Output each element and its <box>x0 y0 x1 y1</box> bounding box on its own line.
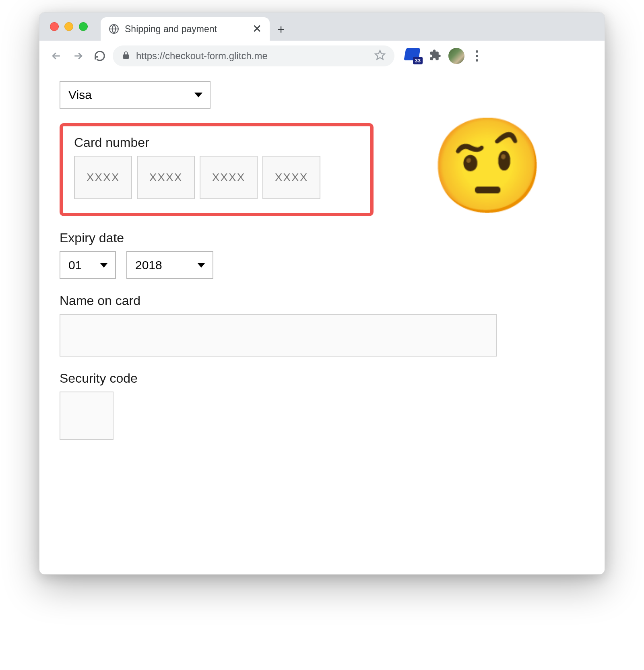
svg-marker-1 <box>375 50 384 59</box>
card-type-select[interactable]: Visa <box>60 81 211 109</box>
back-button[interactable] <box>47 47 65 65</box>
security-code-input[interactable] <box>60 392 114 440</box>
name-on-card-input[interactable] <box>60 314 497 357</box>
close-tab-button[interactable]: ✕ <box>252 23 262 35</box>
lock-icon <box>122 51 130 61</box>
card-segment-2[interactable] <box>137 156 195 199</box>
close-window-button[interactable] <box>50 22 59 31</box>
card-segment-3[interactable] <box>200 156 258 199</box>
expiry-year-select[interactable]: 2018 <box>126 251 213 279</box>
profile-avatar[interactable] <box>448 48 464 64</box>
address-bar[interactable]: https://checkout-form.glitch.me <box>113 45 394 66</box>
new-tab-button[interactable]: + <box>270 18 292 41</box>
maximize-window-button[interactable] <box>79 22 88 31</box>
name-on-card-field: Name on card <box>60 293 584 357</box>
browser-tab[interactable]: Shipping and payment ✕ <box>101 17 270 41</box>
card-segment-4[interactable] <box>262 156 320 199</box>
browser-window: Shipping and payment ✕ + https://checkou… <box>39 12 605 575</box>
expiry-field: Expiry date 01 2018 <box>60 231 584 279</box>
card-type-field: Visa <box>60 81 584 109</box>
extension-count: 33 <box>413 57 423 64</box>
reload-button[interactable] <box>91 47 109 65</box>
forward-button[interactable] <box>69 47 87 65</box>
minimize-window-button[interactable] <box>64 22 73 31</box>
browser-menu-button[interactable] <box>472 50 482 62</box>
card-segment-1[interactable] <box>74 156 132 199</box>
page-content: Visa Card number 🤨 Expiry date 01 <box>39 71 605 574</box>
url-text: https://checkout-form.glitch.me <box>136 50 369 62</box>
traffic-lights <box>50 22 88 31</box>
extension-badge[interactable]: 33 <box>404 48 422 64</box>
expiry-label: Expiry date <box>60 231 584 245</box>
browser-toolbar: https://checkout-form.glitch.me 33 <box>39 41 605 71</box>
extensions-button[interactable] <box>429 49 441 63</box>
name-on-card-label: Name on card <box>60 293 584 308</box>
card-number-inputs <box>74 156 359 199</box>
title-bar: Shipping and payment ✕ + <box>39 12 605 41</box>
globe-icon <box>109 24 119 34</box>
highlight-annotation: Card number <box>60 123 374 216</box>
security-code-label: Security code <box>60 371 584 386</box>
raised-eyebrow-emoji: 🤨 <box>430 120 545 212</box>
card-number-label: Card number <box>74 135 359 150</box>
toolbar-actions: 33 <box>404 48 482 64</box>
security-code-field: Security code <box>60 371 584 440</box>
star-icon[interactable] <box>374 49 386 62</box>
tab-title: Shipping and payment <box>125 24 247 35</box>
expiry-month-select[interactable]: 01 <box>60 251 116 279</box>
